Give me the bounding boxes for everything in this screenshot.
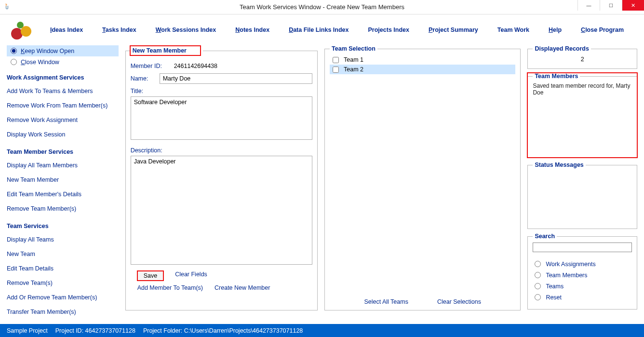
menu-projects-index[interactable]: Projects Index [368,27,409,33]
work-assignment-services-heading: Work Assignment Services [7,74,119,81]
description-textarea[interactable] [131,156,312,265]
clear-fields-link[interactable]: Clear Fields [175,271,207,281]
select-all-teams-link[interactable]: Select All Teams [364,298,408,305]
search-radio-reset[interactable] [535,294,541,300]
svc-remove-work-assignment[interactable]: Remove Work Assignment [7,117,119,123]
new-team-member-fieldset: New Team Member Member ID: 2461142694438… [125,45,318,310]
team-list: Team 1 Team 2 [330,55,515,290]
status-project-name: Sample Project [7,327,48,334]
displayed-records-count: 2 [533,55,632,64]
close-window-radio-input[interactable] [11,59,17,65]
menu-data-file-links-index[interactable]: Data File Links Index [289,27,349,33]
new-team-member-legend: New Team Member [131,45,203,56]
status-project-id: Project ID: 464273737071128 [55,327,135,334]
team-2-checkbox[interactable] [333,67,339,73]
svc-add-work[interactable]: Add Work To Teams & Members [7,88,119,94]
create-new-member-link[interactable]: Create New Member [215,284,270,291]
team-members-legend: Team Members [533,73,580,80]
team-item-2[interactable]: Team 2 [330,65,515,74]
team-members-fieldset: Team Members Saved team member record fo… [527,73,637,158]
svg-point-2 [21,26,31,37]
close-button[interactable]: ✕ [622,0,644,11]
search-radio-teams[interactable] [535,283,541,289]
name-label: Name: [131,75,155,82]
menu-notes-index[interactable]: Notes Index [235,27,269,33]
close-window-radio[interactable]: Close Window [7,56,119,67]
name-input[interactable] [160,73,312,84]
svc-remove-teams[interactable]: Remove Team(s) [7,280,119,286]
svc-add-remove-team-members[interactable]: Add Or Remove Team Member(s) [7,294,119,301]
add-member-to-teams-link[interactable]: Add Member To Team(s) [137,284,203,291]
menu-close-program[interactable]: Close Program [581,27,624,33]
team-1-checkbox[interactable] [333,57,339,63]
statusbar: Sample Project Project ID: 4642737370711… [0,324,644,337]
displayed-records-fieldset: Displayed Records 2 [527,45,637,69]
status-messages-legend: Status Messages [533,162,585,168]
team-selection-legend: Team Selection [330,45,377,52]
keep-window-open-radio-input[interactable] [11,48,17,54]
search-opt-team-members[interactable]: Team Members [534,271,631,279]
java-icon [3,3,12,12]
search-input[interactable] [533,243,632,252]
team-members-message: Saved team member record for, Marty Doe [533,82,632,96]
team-services-heading: Team Services [7,223,119,229]
svc-transfer-team-members[interactable]: Transfer Team Member(s) [7,309,119,315]
keep-window-open-radio[interactable]: Keep Window Open [7,45,119,56]
team-item-1[interactable]: Team 1 [330,55,515,65]
description-label: Description: [131,147,169,154]
title-label: Title: [131,88,169,94]
search-opt-reset[interactable]: Reset [534,293,631,301]
search-fieldset: Search Work Assignments Team Members Tea… [527,233,637,310]
svc-display-work-session[interactable]: Display Work Session [7,131,119,138]
clear-selections-link[interactable]: Clear Selections [437,298,481,305]
displayed-records-legend: Displayed Records [533,45,591,52]
menu-team-work[interactable]: Team Work [497,27,529,33]
member-id-value: 2461142694438 [174,63,217,69]
search-opt-work-assignments[interactable]: Work Assignments [534,260,631,268]
search-opt-teams[interactable]: Teams [534,282,631,290]
svg-point-0 [11,28,23,40]
window-title: Team Work Services Window - Create New T… [0,3,644,11]
team-member-services-heading: Team Member Services [7,148,119,155]
titlebar: Team Work Services Window - Create New T… [0,0,644,14]
svc-new-team-member[interactable]: New Team Member [7,176,119,183]
menu-project-summary[interactable]: Project Summary [429,27,478,33]
app-logo [10,18,34,42]
svc-remove-team-member[interactable]: Remove Team Member(s) [7,205,119,212]
save-button[interactable]: Save [137,271,164,281]
menubar: Ideas Index Tasks Index Work Sessions In… [0,14,644,45]
svc-edit-team-details[interactable]: Edit Team Details [7,265,119,272]
team-selection-fieldset: Team Selection Team 1 Team 2 Select All … [324,45,521,310]
menu-tasks-index[interactable]: Tasks Index [102,27,136,33]
svc-display-all-teams[interactable]: Display All Teams [7,236,119,243]
title-textarea[interactable] [131,96,312,140]
svc-edit-team-member[interactable]: Edit Team Member's Details [7,191,119,198]
search-legend: Search [533,233,557,240]
search-radio-team-members[interactable] [535,272,541,278]
member-id-label: Member ID: [131,63,169,69]
status-messages-fieldset: Status Messages [527,162,637,229]
menu-help[interactable]: Help [549,27,562,33]
minimize-button[interactable]: — [577,0,600,11]
maximize-button[interactable]: ☐ [600,0,622,11]
svc-display-all-team-members[interactable]: Display All Team Members [7,162,119,169]
menu-work-sessions-index[interactable]: Work Sessions Index [156,27,216,33]
search-radio-work-assignments[interactable] [535,261,541,267]
sidebar: Keep Window Open Close Window Work Assig… [7,45,119,314]
status-project-folder: Project Folder: C:\Users\Darren\Projects… [143,327,303,334]
svc-remove-work-from-member[interactable]: Remove Work From Team Member(s) [7,102,119,109]
menu-ideas-index[interactable]: Ideas Index [50,27,83,33]
svc-new-team[interactable]: New Team [7,251,119,257]
